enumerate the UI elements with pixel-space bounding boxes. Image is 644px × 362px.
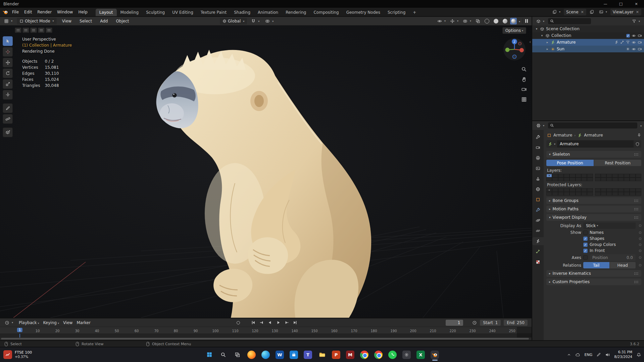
frame-ruler[interactable]: 1 10 20 30 40 50 60 70 80 90 100 110 120… <box>0 327 532 334</box>
tab-tool[interactable] <box>533 133 543 141</box>
hidden-icons-chevron[interactable] <box>567 353 571 357</box>
move-tool[interactable] <box>3 58 13 67</box>
minimize-button[interactable]: — <box>598 0 613 8</box>
viewport-menu-object[interactable]: Object <box>113 18 132 24</box>
cursor-tool[interactable] <box>3 47 13 57</box>
toggle-perspective-icon[interactable] <box>521 97 527 102</box>
hide-in-viewport-icon[interactable] <box>632 34 636 38</box>
start-frame-field[interactable]: Start 1 <box>480 320 501 326</box>
shading-material-button[interactable] <box>501 18 509 24</box>
animate-decorator[interactable] <box>639 244 641 246</box>
xray-toggle[interactable] <box>474 18 482 24</box>
select-box-tool[interactable] <box>3 36 13 46</box>
timeline-scrollbar[interactable] <box>0 338 532 340</box>
auto-keying-button[interactable] <box>235 320 241 326</box>
animate-decorator[interactable] <box>639 256 641 259</box>
collection-checkbox[interactable]: ✓ <box>626 34 630 38</box>
outliner-filter-button[interactable] <box>630 18 642 24</box>
workspace-tab-rendering[interactable]: Rendering <box>282 9 310 16</box>
timeline-tracks[interactable] <box>0 334 532 338</box>
scrollbar-thumb[interactable] <box>1 338 529 340</box>
animate-decorator[interactable] <box>639 231 641 234</box>
fake-user-icon[interactable] <box>634 140 641 148</box>
sidebar-collapse-arrow[interactable]: ‹ <box>529 40 531 44</box>
menu-render[interactable]: Render <box>35 9 54 15</box>
scene-selector[interactable]: Scene × <box>564 9 586 15</box>
browse-armature-icon[interactable] <box>546 140 557 148</box>
tab-scene[interactable] <box>533 175 543 183</box>
annotate-tool[interactable] <box>3 103 13 113</box>
tab-object[interactable] <box>533 196 543 204</box>
rest-position-button[interactable]: Rest Position <box>594 160 641 166</box>
proportional-editing-toggle[interactable] <box>263 18 275 24</box>
whatsapp-icon[interactable] <box>388 351 397 359</box>
start-button[interactable] <box>205 351 213 359</box>
settings-icon[interactable] <box>402 351 411 359</box>
shading-wireframe-button[interactable] <box>483 18 491 24</box>
viewlayer-selector[interactable]: ViewLayer × <box>610 9 641 15</box>
timeline-editor-type-button[interactable] <box>3 319 15 326</box>
armature-layers-widget[interactable] <box>546 174 641 181</box>
browse-viewlayer-icon[interactable] <box>597 9 609 15</box>
add-cube-tool[interactable] <box>3 127 13 137</box>
tab-view-layer[interactable] <box>533 164 543 172</box>
zoom-icon[interactable] <box>521 66 527 72</box>
pose-position-button[interactable]: Pose Position <box>546 160 594 166</box>
options-button[interactable]: Options <box>502 27 526 34</box>
menu-file[interactable]: File <box>9 9 21 15</box>
task-view-button[interactable] <box>233 351 242 359</box>
object-visibility-dropdown[interactable] <box>436 18 447 24</box>
navigation-gizmo[interactable]: Z <box>503 38 526 62</box>
rotate-tool[interactable] <box>3 68 13 78</box>
outliner-row-collection[interactable]: ▾ Collection ✓ <box>532 32 644 39</box>
playback-menu[interactable]: Playback <box>19 320 39 325</box>
transform-tool[interactable] <box>3 90 13 100</box>
file-explorer-icon[interactable] <box>318 351 326 359</box>
next-keyframe-button[interactable] <box>284 320 290 326</box>
browse-scene-icon[interactable] <box>551 9 562 15</box>
motion-paths-section-header[interactable]: Motion Paths <box>546 206 641 212</box>
search-button[interactable] <box>219 351 228 359</box>
blender-logo-icon[interactable] <box>3 9 8 15</box>
hide-in-viewport-icon[interactable] <box>632 40 636 45</box>
scale-tool[interactable] <box>3 79 13 89</box>
disable-in-render-icon[interactable] <box>638 34 642 38</box>
workspace-tab-uv-editing[interactable]: UV Editing <box>168 9 197 16</box>
tab-bone[interactable] <box>533 248 543 256</box>
new-scene-icon[interactable] <box>588 9 596 15</box>
blender-taskbar-icon[interactable] <box>431 351 439 359</box>
access-icon[interactable]: M <box>346 351 354 359</box>
workspace-tab-sculpting[interactable]: Sculpting <box>142 9 168 16</box>
tab-texture[interactable] <box>533 258 543 266</box>
transform-orientation-dropdown[interactable]: Global <box>220 18 247 24</box>
animate-decorator[interactable] <box>639 224 641 227</box>
viewport-menu-add[interactable]: Add <box>97 18 110 24</box>
animate-decorator[interactable] <box>639 264 641 266</box>
head-button[interactable]: Head <box>610 262 636 268</box>
outliner-row-sun[interactable]: ▸ Sun <box>532 46 644 52</box>
weather-stock-widget[interactable]: FTSE 100 +0.37% <box>3 350 32 359</box>
shading-rendered-button[interactable] <box>510 18 517 24</box>
gizmo-z-axis[interactable]: Z <box>513 40 515 44</box>
properties-search-input[interactable] <box>548 122 637 128</box>
workspace-tab-shading[interactable]: Shading <box>230 9 254 16</box>
tab-modifiers[interactable] <box>533 206 543 214</box>
disable-in-render-icon[interactable] <box>638 40 642 45</box>
playhead-line[interactable] <box>19 334 20 338</box>
timeline-view-menu[interactable]: View <box>63 320 72 325</box>
protected-layers-widget[interactable] <box>546 188 641 196</box>
remove-viewlayer-icon[interactable]: × <box>636 10 639 14</box>
tab-world[interactable] <box>533 185 543 193</box>
current-frame-field[interactable]: 1 <box>446 320 463 326</box>
bone-groups-section-header[interactable]: Bone Groups <box>546 197 641 204</box>
outliner-search-input[interactable] <box>548 18 591 24</box>
language-indicator[interactable]: ENG <box>584 353 592 357</box>
layer-preset-5[interactable] <box>46 28 52 33</box>
workspace-tab-texture-paint[interactable]: Texture Paint <box>197 9 230 16</box>
powerpoint-icon[interactable]: P <box>332 351 340 359</box>
teams-icon[interactable]: T <box>304 351 312 359</box>
tab-output[interactable] <box>533 154 543 162</box>
properties-filter-dropdown[interactable] <box>639 123 642 128</box>
animate-decorator[interactable] <box>639 250 641 252</box>
hide-in-viewport-icon[interactable] <box>632 47 636 51</box>
